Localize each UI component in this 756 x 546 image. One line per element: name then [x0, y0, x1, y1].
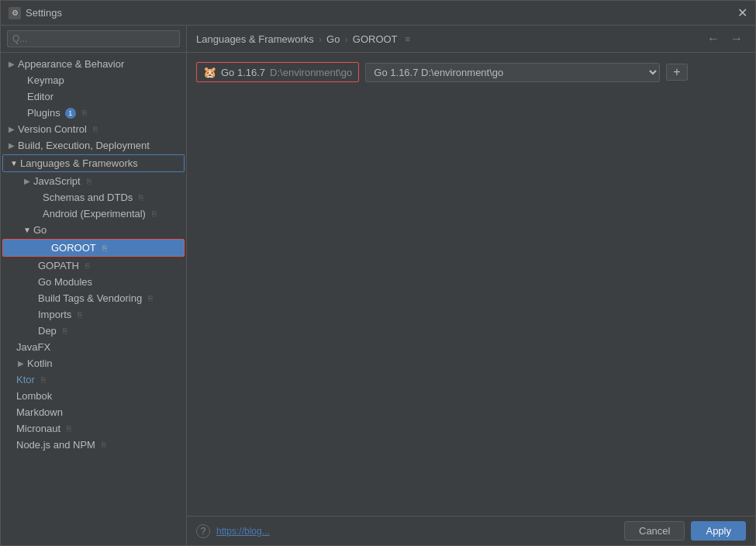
search-box — [1, 26, 186, 53]
apply-button[interactable]: Apply — [691, 521, 746, 541]
sidebar-item-markdown[interactable]: Markdown — [1, 404, 186, 420]
breadcrumb-back-button[interactable]: ← — [704, 32, 723, 46]
add-sdk-button[interactable]: + — [666, 64, 687, 81]
external-icon: ⎘ — [74, 309, 85, 320]
sidebar-item-version-control[interactable]: ▶ Version Control ⎘ — [1, 121, 186, 137]
sidebar-label: GOPATH — [38, 260, 79, 271]
sidebar-label: Build Tags & Vendoring — [38, 292, 142, 304]
external-icon: ⎘ — [84, 176, 95, 187]
settings-icon: ⚙ — [9, 7, 21, 19]
cancel-button[interactable]: Cancel — [624, 521, 685, 541]
sidebar-label: Node.js and NPM — [16, 439, 95, 451]
sidebar-item-appearance[interactable]: ▶ Appearance & Behavior — [1, 56, 186, 72]
external-icon: ⎘ — [99, 243, 110, 254]
sidebar-label: Go Modules — [38, 276, 92, 288]
breadcrumb-menu-icon[interactable]: ≡ — [406, 34, 410, 43]
arrow-icon: ▶ — [7, 141, 16, 150]
sidebar-item-javascript[interactable]: ▶ JavaScript ⎘ — [1, 173, 186, 189]
sidebar-label: Ktor — [16, 374, 35, 385]
external-icon: ⎘ — [64, 423, 74, 434]
sidebar-item-buildtags[interactable]: Build Tags & Vendoring ⎘ — [1, 290, 186, 306]
external-icon: ⎘ — [136, 192, 147, 203]
blog-link[interactable]: https://blog... — [216, 526, 270, 537]
arrow-icon: ▶ — [16, 359, 26, 368]
external-icon: ⎘ — [82, 261, 93, 271]
sidebar-label: Kotlin — [27, 358, 53, 369]
sidebar-label: JavaFX — [16, 341, 50, 353]
sidebar-item-gopath[interactable]: GOPATH ⎘ — [1, 257, 186, 274]
goroot-entry[interactable]: 🐹 Go 1.16.7 D:\environment\go — [196, 62, 359, 82]
arrow-icon: ▶ — [7, 60, 16, 68]
panel-body: 🐹 Go 1.16.7 D:\environment\go Go 1.16.7 … — [187, 53, 755, 294]
sidebar-item-go[interactable]: ▼ Go — [1, 222, 186, 238]
external-icon: ⎘ — [60, 326, 71, 337]
breadcrumb-forward-button[interactable]: → — [727, 32, 746, 46]
sidebar-label: Micronaut — [16, 423, 60, 434]
titlebar: ⚙ Settings ✕ — [1, 1, 755, 26]
plugins-badge: 1 — [65, 108, 76, 119]
sidebar-label: Imports — [38, 309, 71, 320]
external-icon: ⎘ — [149, 209, 160, 219]
titlebar-left: ⚙ Settings — [9, 7, 62, 19]
bottom-buttons: Cancel Apply — [624, 521, 746, 541]
help-button[interactable]: ? — [196, 524, 210, 538]
external-icon: ⎘ — [98, 440, 109, 451]
search-input[interactable] — [7, 30, 180, 47]
sidebar-item-plugins[interactable]: Plugins 1 ⎘ — [1, 105, 186, 121]
sidebar-item-gomodules[interactable]: Go Modules — [1, 274, 186, 290]
arrow-icon: ▶ — [7, 125, 16, 133]
main-panel: Languages & Frameworks › Go › GOROOT ≡ ←… — [187, 26, 755, 545]
arrow-icon: ▶ — [22, 177, 32, 185]
sidebar-item-lombok[interactable]: Lombok — [1, 388, 186, 404]
breadcrumb-part-2[interactable]: Go — [326, 33, 340, 45]
sidebar-label: Plugins — [27, 107, 60, 119]
external-icon: ⎘ — [79, 108, 90, 119]
bottom-bar: ? https://blog... Cancel Apply — [187, 516, 755, 545]
sidebar-label: GOROOT — [51, 242, 96, 254]
sidebar-item-android[interactable]: Android (Experimental) ⎘ — [1, 206, 186, 222]
sidebar-item-kotlin[interactable]: ▶ Kotlin — [1, 355, 186, 371]
sidebar-item-languages[interactable]: ▼ Languages & Frameworks — [2, 154, 185, 172]
sidebar-label: Keymap — [27, 74, 64, 86]
external-icon: ⎘ — [90, 124, 101, 135]
sidebar-item-keymap[interactable]: Keymap — [1, 72, 186, 88]
titlebar-title: Settings — [26, 7, 62, 19]
sdk-dropdown[interactable]: Go 1.16.7 D:\environment\go — [365, 63, 660, 82]
breadcrumb-nav: ← → — [704, 32, 746, 46]
go-icon: 🐹 — [203, 66, 216, 78]
settings-window: ⚙ Settings ✕ ▶ Appearance & Behavior Key… — [0, 0, 756, 546]
sidebar-item-nodejs[interactable]: Node.js and NPM ⎘ — [1, 437, 186, 453]
sidebar-item-goroot[interactable]: GOROOT ⎘ — [2, 239, 185, 257]
bottom-left: ? https://blog... — [196, 524, 270, 538]
sidebar-label: Dep — [38, 325, 57, 337]
arrow-icon: ▼ — [9, 159, 19, 168]
external-icon: ⎘ — [38, 375, 49, 385]
sidebar-label: JavaScript — [33, 175, 81, 187]
sidebar-item-build[interactable]: ▶ Build, Execution, Deployment — [1, 137, 186, 154]
external-icon: ⎘ — [145, 293, 156, 304]
sidebar-label: Markdown — [16, 406, 63, 418]
breadcrumb-part-1[interactable]: Languages & Frameworks — [196, 33, 314, 45]
sidebar-label: Version Control — [18, 123, 87, 135]
close-button[interactable]: ✕ — [737, 7, 747, 19]
sidebar-item-ktor[interactable]: Ktor ⎘ — [1, 371, 186, 388]
goroot-version: Go 1.16.7 — [221, 67, 265, 78]
sidebar-label: Languages & Frameworks — [20, 157, 138, 169]
sidebar-item-javafx[interactable]: JavaFX — [1, 339, 186, 355]
sidebar-item-imports[interactable]: Imports ⎘ — [1, 306, 186, 323]
sidebar-label: Editor — [27, 91, 54, 102]
sidebar-label: Appearance & Behavior — [18, 58, 124, 70]
sidebar: ▶ Appearance & Behavior Keymap Editor Pl… — [1, 26, 187, 545]
sidebar-tree: ▶ Appearance & Behavior Keymap Editor Pl… — [1, 53, 186, 545]
sidebar-label: Schemas and DTDs — [43, 192, 133, 203]
sidebar-item-editor[interactable]: Editor — [1, 88, 186, 105]
sdk-row: 🐹 Go 1.16.7 D:\environment\go Go 1.16.7 … — [196, 62, 746, 82]
sidebar-item-schemas[interactable]: Schemas and DTDs ⎘ — [1, 189, 186, 206]
sidebar-item-micronaut[interactable]: Micronaut ⎘ — [1, 420, 186, 437]
breadcrumb-bar: Languages & Frameworks › Go › GOROOT ≡ ←… — [187, 26, 755, 53]
sidebar-label: Go — [33, 224, 47, 236]
sidebar-item-dep[interactable]: Dep ⎘ — [1, 323, 186, 339]
content-spacer — [187, 294, 755, 517]
breadcrumb-part-3: GOROOT — [353, 33, 398, 45]
sidebar-label: Lombok — [16, 390, 52, 402]
